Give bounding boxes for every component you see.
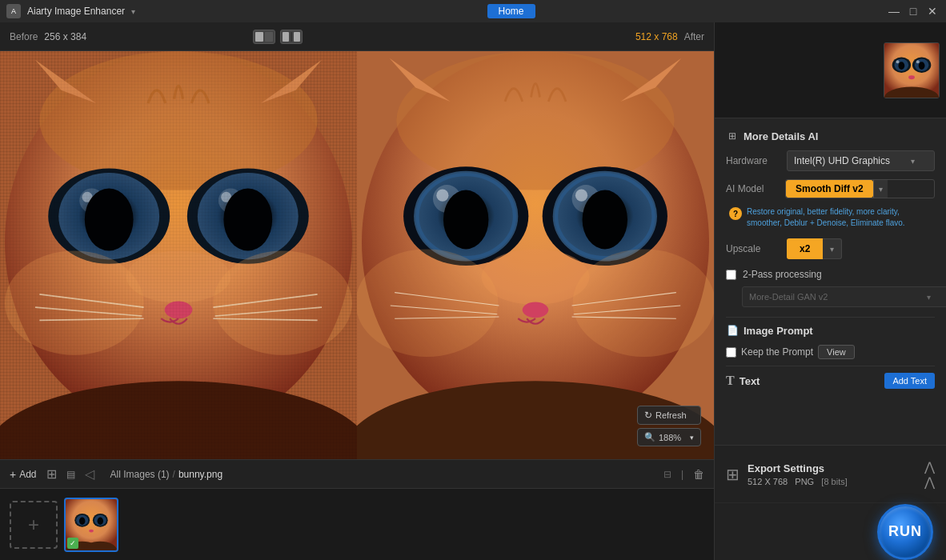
titlebar: A Aiarty Image Enhancer ▾ Home — □ ✕ — [0, 0, 946, 22]
plus-icon: + — [10, 468, 16, 481]
add-button[interactable]: + Add — [10, 468, 37, 481]
section-title: More Details AI — [744, 130, 818, 142]
svg-point-45 — [583, 190, 627, 250]
run-button[interactable]: RUN — [877, 504, 933, 560]
grayed-model-select: More-Detail GAN v2 ▾ — [742, 286, 946, 307]
expand-export-button[interactable]: ⋀⋀ — [924, 459, 935, 490]
titlebar-dropdown-icon[interactable]: ▾ — [131, 7, 135, 16]
export-title: Export Settings — [748, 462, 916, 474]
titlebar-nav: Home — [487, 4, 535, 18]
upscale-button[interactable]: x2 — [787, 238, 823, 259]
export-format: PNG — [795, 477, 814, 486]
svg-point-75 — [919, 62, 925, 70]
hardware-select[interactable]: Intel(R) UHD Graphics ▾ — [787, 150, 935, 171]
export-meta: 512 X 768 PNG [8 bits] — [748, 477, 916, 486]
divider-2 — [726, 366, 935, 366]
upscale-label: Upscale — [726, 243, 780, 254]
svg-point-63 — [98, 517, 104, 524]
help-icon: ? — [729, 207, 742, 220]
list-view-button[interactable]: ▤ — [66, 469, 75, 480]
comparison-header: Before 256 x 384 512 x 768 After — [0, 22, 714, 51]
ai-model-dropdown[interactable]: ▾ — [873, 180, 888, 198]
image-prompt-title: Image Prompt — [744, 325, 813, 337]
thumbnail-controls-icon: ⊟ — [663, 469, 671, 480]
ai-section-icon: ⊞ — [726, 130, 739, 142]
run-section: RUN — [715, 502, 946, 560]
titlebar-left: A Aiarty Image Enhancer ▾ — [6, 4, 135, 18]
hardware-control: Intel(R) UHD Graphics ▾ — [787, 150, 935, 171]
text-section-title: Text — [740, 375, 760, 387]
image-panel: Before 256 x 384 512 x 768 After — [0, 22, 714, 560]
image-prompt-section: 📄 Image Prompt Keep the Prompt View — [726, 324, 935, 359]
restore-button[interactable]: □ — [906, 5, 920, 18]
close-button[interactable]: ✕ — [925, 5, 940, 18]
breadcrumb: All Images (1) / bunny.png — [110, 469, 223, 480]
export-dims: 512 X 768 — [748, 477, 788, 486]
before-label: Before — [10, 31, 38, 42]
home-button[interactable]: Home — [487, 4, 535, 18]
settings-content: ⊞ More Details AI Hardware Intel(R) UHD … — [715, 118, 946, 445]
side-view-button[interactable] — [280, 30, 303, 44]
svg-point-78 — [908, 75, 915, 79]
export-icon: ⊞ — [726, 465, 740, 484]
text-section-icon: T — [726, 374, 735, 388]
two-pass-checkbox[interactable] — [726, 270, 736, 280]
before-image — [0, 51, 357, 459]
svg-point-47 — [523, 302, 549, 318]
delete-button[interactable]: 🗑 — [693, 468, 704, 481]
upscale-dropdown[interactable]: ▾ — [823, 238, 842, 259]
svg-point-76 — [896, 60, 900, 63]
two-pass-label[interactable]: 2-Pass processing — [743, 269, 822, 280]
main-area: Before 256 x 384 512 x 768 After — [0, 22, 946, 560]
upscale-control: x2 ▾ — [787, 238, 842, 259]
grid-view-button[interactable]: ⊞ — [46, 466, 57, 482]
view-toggle — [253, 30, 303, 44]
comparison-view[interactable]: ↻ Refresh 🔍 188% ▾ — [0, 51, 714, 459]
help-row: ? Restore original, better fidelity, mor… — [726, 206, 935, 229]
help-text: Restore original, better fidelity, more … — [747, 206, 935, 229]
app-title: Aiarty Image Enhancer — [27, 6, 125, 17]
hardware-label: Hardware — [726, 155, 780, 166]
add-text-button[interactable]: Add Text — [884, 373, 935, 389]
ai-model-label: AI Model — [726, 183, 780, 194]
export-section: ⊞ Export Settings 512 X 768 PNG [8 bits]… — [715, 445, 946, 502]
progress-icon: | — [681, 469, 683, 480]
image-prompt-header: 📄 Image Prompt — [726, 324, 935, 337]
titlebar-controls: — □ ✕ — [887, 5, 940, 18]
split-view-button[interactable] — [253, 30, 275, 44]
thumbnail-item[interactable]: ✓ — [64, 498, 118, 552]
right-panel: ⊞ More Details AI Hardware Intel(R) UHD … — [714, 22, 946, 560]
after-image — [357, 51, 714, 459]
refresh-button[interactable]: ↻ Refresh — [637, 406, 701, 425]
bottom-toolbar: + Add ⊞ ▤ ◁ All Images (1) / bunny.png ⊟… — [0, 459, 714, 488]
export-info: Export Settings 512 X 768 PNG [8 bits] — [748, 462, 916, 486]
zoom-chevron-icon: ▾ — [690, 434, 694, 442]
preview-image — [884, 42, 940, 98]
svg-point-42 — [436, 190, 448, 202]
more-details-section: ⊞ More Details AI — [726, 130, 935, 142]
view-prompt-button[interactable]: View — [818, 345, 855, 359]
preview-thumbnail — [715, 22, 946, 118]
thumbnail-check-icon: ✓ — [67, 538, 78, 549]
svg-point-43 — [575, 190, 587, 202]
keep-prompt-row: Keep the Prompt View — [726, 345, 935, 359]
minimize-button[interactable]: — — [887, 5, 901, 18]
two-pass-row: 2-Pass processing — [726, 269, 935, 280]
zoom-button[interactable]: 🔍 188% ▾ — [637, 428, 701, 446]
grayed-chevron-icon: ▾ — [927, 293, 931, 302]
add-thumbnail-button[interactable]: + — [10, 501, 58, 549]
hardware-row: Hardware Intel(R) UHD Graphics ▾ — [726, 150, 935, 171]
ai-model-chevron-icon: ▾ — [879, 185, 883, 194]
text-section-row: T Text Add Text — [726, 373, 935, 389]
svg-point-46 — [482, 249, 590, 304]
prompt-section-icon: 📄 — [726, 324, 739, 337]
zoom-icon: 🔍 — [644, 432, 655, 442]
keep-prompt-checkbox[interactable] — [726, 347, 736, 358]
app-logo: A — [6, 4, 21, 18]
ai-model-button[interactable]: Smooth Diff v2 — [786, 180, 873, 198]
svg-point-77 — [916, 60, 920, 63]
svg-point-62 — [79, 517, 86, 524]
svg-point-74 — [898, 62, 904, 70]
svg-point-44 — [443, 190, 488, 250]
keep-prompt-label[interactable]: Keep the Prompt — [741, 346, 813, 358]
